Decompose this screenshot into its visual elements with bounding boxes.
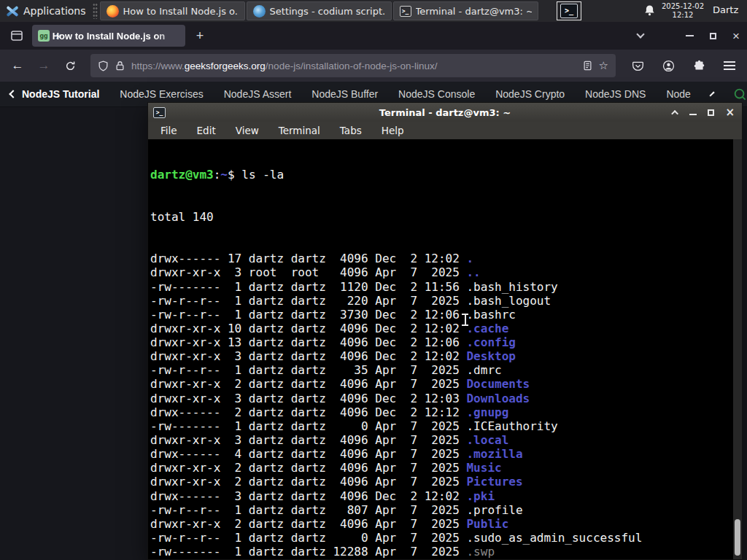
terminal-menu-help[interactable]: Help <box>382 125 404 136</box>
terminal-menu-file[interactable]: File <box>160 125 177 136</box>
applications-menu-button[interactable]: Applications <box>0 0 93 22</box>
listing-line: drwxr-xr-x 10 dartz dartz 4096 Dec 2 12:… <box>150 322 732 335</box>
panel-clock[interactable]: 2025-12-02 12:12 <box>659 2 707 20</box>
vscodium-icon <box>253 5 266 18</box>
window-button-label: Settings - codium script... <box>270 6 385 17</box>
reader-mode-icon[interactable] <box>583 61 592 71</box>
scrollbar-thumb[interactable] <box>735 519 740 556</box>
terminal-close-icon[interactable]: × <box>725 107 735 117</box>
terminal-icon: >_ <box>400 6 411 17</box>
window-close-icon[interactable]: × <box>732 30 740 42</box>
terminal-maximize-icon[interactable] <box>708 109 714 116</box>
file-name: .bash_history <box>466 280 557 294</box>
subnav-item[interactable]: NodeJS Exercises <box>120 88 203 100</box>
listing-line: drwxr-xr-x 3 dartz dartz 4096 Apr 7 2025… <box>150 433 732 447</box>
chevron-right-icon[interactable] <box>709 91 714 96</box>
window-button-label: Terminal - dartz@vm3: ~ <box>416 6 532 17</box>
panel-separator <box>93 3 98 19</box>
listing-line: drwxr-xr-x 3 root root 4096 Apr 7 2025 .… <box>150 265 732 279</box>
listing-line: -rw-r--r-- 1 dartz dartz 220 Apr 7 2025 … <box>150 294 732 308</box>
directory-name: .pki <box>466 489 495 503</box>
subnav-item[interactable]: NodeJS Crypto <box>495 88 565 100</box>
back-button[interactable]: ← <box>6 54 29 77</box>
listing-line: drwxr-xr-x 3 dartz dartz 4096 Dec 2 12:0… <box>150 349 732 363</box>
window-button-label: How to Install Node.js o... <box>123 6 239 17</box>
listing-line: drwx------ 17 dartz dartz 4096 Dec 2 12:… <box>150 252 732 265</box>
listing-line: -rw-r--r-- 1 dartz dartz 807 Apr 7 2025 … <box>150 503 732 517</box>
terminal-menu-terminal[interactable]: Terminal <box>279 125 320 136</box>
directory-name: .config <box>466 335 515 349</box>
prompt-line: dartz@vm3:~$ ls -la <box>150 168 732 182</box>
reload-button[interactable] <box>58 54 82 77</box>
subnav-item[interactable]: NodeJS Assert <box>224 88 292 100</box>
subnav-back-item[interactable]: NodeJS Tutorial <box>10 88 99 100</box>
account-icon[interactable] <box>657 54 680 77</box>
clock-date: 2025-12-02 <box>659 2 707 11</box>
tray-terminal-icon[interactable]: >_ <box>557 1 581 20</box>
lock-icon[interactable] <box>115 61 125 71</box>
subnav-item[interactable]: NodeJS Console <box>398 88 475 100</box>
firefox-icon <box>107 5 119 18</box>
panel-window-button[interactable]: Settings - codium script... <box>247 1 392 20</box>
listing-line: -rw-r--r-- 1 dartz dartz 3730 Dec 2 12:0… <box>150 308 732 322</box>
listing-line: drwx------ 3 dartz dartz 4096 Dec 2 12:0… <box>150 489 732 503</box>
directory-name: Music <box>466 461 501 475</box>
terminal-menu-tabs[interactable]: Tabs <box>340 125 362 136</box>
firefox-view-icon[interactable] <box>6 26 28 46</box>
listing-line: drwxr-xr-x 2 dartz dartz 4096 Apr 7 2025… <box>150 475 732 489</box>
window-maximize-icon[interactable] <box>710 33 716 39</box>
directory-name: . <box>466 252 473 265</box>
terminal-minimize-icon[interactable] <box>689 114 697 115</box>
terminal-titlebar[interactable]: >_ Terminal - dartz@vm3: ~ × <box>148 103 742 122</box>
distro-logo-icon <box>6 5 18 18</box>
directory-name: Documents <box>466 377 530 391</box>
listing-line: -rw------- 1 dartz dartz 12288 Apr 7 202… <box>150 545 732 559</box>
listing-line: -rw-r--r-- 1 dartz dartz 0 Apr 7 2025 .s… <box>150 531 732 545</box>
browser-tab[interactable]: gg How to Install Node.js on × <box>32 25 185 47</box>
directory-name: Pictures <box>466 475 522 489</box>
terminal-title: Terminal - dartz@vm3: ~ <box>148 107 742 118</box>
subnav-item[interactable]: NodeJS DNS <box>585 88 646 100</box>
subnav-item[interactable]: NodeJS Buffer <box>311 88 378 100</box>
directory-name: Downloads <box>466 392 530 405</box>
mouse-cursor-ibeam-icon <box>461 313 469 327</box>
file-name: .profile <box>466 503 522 517</box>
terminal-menu-view[interactable]: View <box>236 125 259 136</box>
directory-name: .local <box>466 433 508 447</box>
file-name: .sudo_as_admin_successful <box>466 531 642 545</box>
listing-line: drwx------ 4 dartz dartz 4096 Apr 7 2025… <box>150 447 732 461</box>
chevron-left-icon <box>9 90 17 98</box>
url-text: https://www.geeksforgeeks.org/node-js/in… <box>131 61 576 71</box>
directory-name: .mozilla <box>466 447 522 461</box>
terminal-output[interactable]: dartz@vm3:~$ ls -la total 140 drwx------… <box>148 139 742 559</box>
tracking-shield-icon[interactable] <box>98 61 109 71</box>
extensions-puzzle-icon[interactable] <box>687 54 711 77</box>
panel-window-button[interactable]: How to Install Node.js o... <box>100 1 245 20</box>
desktop: Applications How to Install Node.js o...… <box>0 0 747 560</box>
window-minimize-icon[interactable] <box>686 35 694 36</box>
panel-window-button[interactable]: >_Terminal - dartz@vm3: ~ <box>393 1 538 20</box>
terminal-window: >_ Terminal - dartz@vm3: ~ × FileEditVie… <box>147 102 743 560</box>
tab-bar: gg How to Install Node.js on × + × <box>0 22 747 50</box>
url-bar[interactable]: https://www.geeksforgeeks.org/node-js/in… <box>90 54 616 77</box>
search-icon[interactable] <box>733 88 747 101</box>
file-name: .bash_logout <box>466 294 551 308</box>
directory-name: Public <box>466 517 508 531</box>
tab-title: How to Install Node.js on <box>32 31 185 42</box>
navigation-toolbar: ← → https://www.geeksforgeeks.org/node-j… <box>0 50 747 82</box>
subnav-item[interactable]: Node <box>666 88 690 100</box>
list-all-tabs-icon[interactable] <box>636 30 644 38</box>
file-name: .swp <box>466 545 495 559</box>
forward-button[interactable]: → <box>32 54 55 77</box>
bookmark-star-icon[interactable]: ☆ <box>599 59 608 72</box>
listing-line: -rw------- 1 dartz dartz 0 Apr 7 2025 .I… <box>150 419 732 433</box>
terminal-menu-edit[interactable]: Edit <box>197 125 216 136</box>
new-tab-button[interactable]: + <box>190 26 210 46</box>
file-listing: drwx------ 17 dartz dartz 4096 Dec 2 12:… <box>150 252 732 559</box>
notification-bell-icon[interactable] <box>643 4 656 17</box>
pocket-icon[interactable] <box>626 54 649 77</box>
top-panel: Applications How to Install Node.js o...… <box>0 0 747 22</box>
terminal-scrollbar[interactable] <box>733 139 742 559</box>
hamburger-menu-icon[interactable] <box>718 54 741 77</box>
directory-name: .gnupg <box>466 405 508 419</box>
